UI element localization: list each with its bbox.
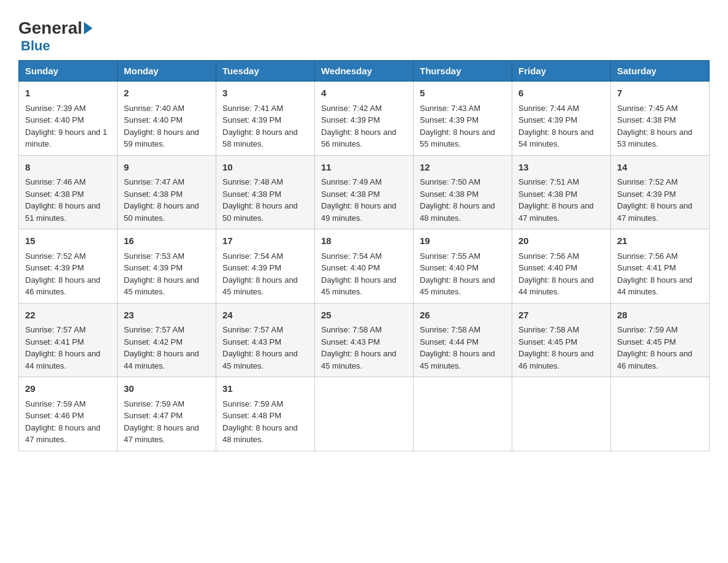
day-cell: 15Sunrise: 7:52 AMSunset: 4:39 PMDayligh…	[19, 229, 118, 304]
logo: General Blue	[18, 18, 93, 54]
day-cell: 4Sunrise: 7:42 AMSunset: 4:39 PMDaylight…	[315, 82, 414, 156]
sunset-text: Sunset: 4:42 PM	[124, 337, 183, 347]
sunset-text: Sunset: 4:40 PM	[518, 263, 577, 272]
daylight-text: Daylight: 8 hours and 48 minutes.	[222, 423, 298, 445]
day-number: 14	[617, 161, 703, 175]
daylight-text: Daylight: 8 hours and 44 minutes.	[518, 275, 594, 297]
sunset-text: Sunset: 4:39 PM	[420, 115, 479, 124]
sunrise-text: Sunrise: 7:47 AM	[124, 177, 184, 186]
daylight-text: Daylight: 8 hours and 46 minutes.	[617, 349, 692, 370]
day-cell: 13Sunrise: 7:51 AMSunset: 4:38 PMDayligh…	[512, 155, 611, 229]
day-cell: 7Sunrise: 7:45 AMSunset: 4:38 PMDaylight…	[611, 82, 710, 156]
sunrise-text: Sunrise: 7:59 AM	[617, 325, 678, 334]
daylight-text: Daylight: 8 hours and 46 minutes.	[518, 349, 594, 370]
day-cell: 16Sunrise: 7:53 AMSunset: 4:39 PMDayligh…	[118, 229, 216, 304]
sunrise-text: Sunrise: 7:59 AM	[25, 399, 86, 408]
sunset-text: Sunset: 4:43 PM	[321, 337, 380, 347]
day-cell: 10Sunrise: 7:48 AMSunset: 4:38 PMDayligh…	[216, 155, 315, 229]
sunset-text: Sunset: 4:40 PM	[124, 115, 183, 124]
sunset-text: Sunset: 4:38 PM	[321, 190, 380, 199]
sunrise-text: Sunrise: 7:52 AM	[617, 177, 678, 186]
day-number: 2	[124, 86, 210, 101]
sunset-text: Sunset: 4:38 PM	[25, 190, 84, 199]
daylight-text: Daylight: 8 hours and 50 minutes.	[222, 201, 298, 223]
sunset-text: Sunset: 4:39 PM	[25, 263, 84, 272]
daylight-text: Daylight: 8 hours and 45 minutes.	[420, 349, 495, 370]
day-cell	[315, 377, 414, 451]
sunrise-text: Sunrise: 7:58 AM	[420, 325, 480, 334]
day-number: 6	[518, 86, 604, 101]
day-cell: 22Sunrise: 7:57 AMSunset: 4:41 PMDayligh…	[19, 303, 118, 377]
sunset-text: Sunset: 4:40 PM	[420, 263, 479, 272]
day-number: 16	[124, 234, 210, 248]
sunrise-text: Sunrise: 7:39 AM	[25, 104, 86, 113]
daylight-text: Daylight: 8 hours and 54 minutes.	[518, 128, 594, 149]
daylight-text: Daylight: 8 hours and 45 minutes.	[222, 275, 298, 297]
sunset-text: Sunset: 4:38 PM	[617, 115, 676, 124]
sunset-text: Sunset: 4:45 PM	[518, 337, 577, 347]
daylight-text: Daylight: 8 hours and 45 minutes.	[321, 349, 396, 370]
sunrise-text: Sunrise: 7:53 AM	[124, 251, 184, 261]
daylight-text: Daylight: 8 hours and 50 minutes.	[124, 201, 199, 223]
sunset-text: Sunset: 4:38 PM	[420, 190, 479, 199]
day-cell: 26Sunrise: 7:58 AMSunset: 4:44 PMDayligh…	[414, 303, 512, 377]
sunrise-text: Sunrise: 7:49 AM	[321, 177, 382, 186]
sunset-text: Sunset: 4:38 PM	[518, 190, 577, 199]
sunset-text: Sunset: 4:39 PM	[124, 263, 183, 272]
day-number: 11	[321, 161, 407, 175]
column-header-monday: Monday	[118, 61, 216, 82]
day-number: 22	[25, 308, 111, 323]
day-number: 12	[420, 161, 506, 175]
sunset-text: Sunset: 4:39 PM	[617, 190, 676, 199]
sunrise-text: Sunrise: 7:57 AM	[222, 325, 283, 334]
daylight-text: Daylight: 8 hours and 45 minutes.	[222, 349, 298, 370]
daylight-text: Daylight: 9 hours and 1 minute.	[25, 128, 107, 149]
day-number: 25	[321, 308, 407, 323]
day-number: 29	[25, 382, 111, 396]
week-row-1: 1Sunrise: 7:39 AMSunset: 4:40 PMDaylight…	[19, 82, 710, 156]
sunset-text: Sunset: 4:45 PM	[617, 337, 676, 347]
day-cell: 23Sunrise: 7:57 AMSunset: 4:42 PMDayligh…	[118, 303, 216, 377]
sunrise-text: Sunrise: 7:45 AM	[617, 104, 678, 113]
day-cell: 12Sunrise: 7:50 AMSunset: 4:38 PMDayligh…	[414, 155, 512, 229]
day-cell: 27Sunrise: 7:58 AMSunset: 4:45 PMDayligh…	[512, 303, 611, 377]
daylight-text: Daylight: 8 hours and 49 minutes.	[321, 201, 396, 223]
sunset-text: Sunset: 4:48 PM	[222, 411, 281, 420]
sunset-text: Sunset: 4:41 PM	[25, 337, 84, 347]
day-cell: 5Sunrise: 7:43 AMSunset: 4:39 PMDaylight…	[414, 82, 512, 156]
sunrise-text: Sunrise: 7:48 AM	[222, 177, 283, 186]
sunrise-text: Sunrise: 7:44 AM	[518, 104, 579, 113]
daylight-text: Daylight: 8 hours and 47 minutes.	[124, 423, 199, 445]
sunrise-text: Sunrise: 7:56 AM	[518, 251, 579, 261]
sunset-text: Sunset: 4:40 PM	[25, 115, 84, 124]
sunrise-text: Sunrise: 7:43 AM	[420, 104, 480, 113]
day-cell: 14Sunrise: 7:52 AMSunset: 4:39 PMDayligh…	[611, 155, 710, 229]
daylight-text: Daylight: 8 hours and 44 minutes.	[617, 275, 692, 297]
daylight-text: Daylight: 8 hours and 55 minutes.	[420, 128, 495, 149]
day-cell: 9Sunrise: 7:47 AMSunset: 4:38 PMDaylight…	[118, 155, 216, 229]
sunset-text: Sunset: 4:43 PM	[222, 337, 281, 347]
day-cell: 29Sunrise: 7:59 AMSunset: 4:46 PMDayligh…	[19, 377, 118, 451]
day-number: 7	[617, 86, 703, 101]
daylight-text: Daylight: 8 hours and 44 minutes.	[124, 349, 199, 370]
calendar-table: SundayMondayTuesdayWednesdayThursdayFrid…	[18, 60, 710, 451]
day-cell: 19Sunrise: 7:55 AMSunset: 4:40 PMDayligh…	[414, 229, 512, 304]
day-number: 19	[420, 234, 506, 248]
day-number: 9	[124, 161, 210, 175]
day-cell	[512, 377, 611, 451]
sunrise-text: Sunrise: 7:40 AM	[124, 104, 184, 113]
daylight-text: Daylight: 8 hours and 53 minutes.	[617, 128, 692, 149]
day-cell	[611, 377, 710, 451]
sunrise-text: Sunrise: 7:56 AM	[617, 251, 678, 261]
day-number: 30	[124, 382, 210, 396]
day-cell: 31Sunrise: 7:59 AMSunset: 4:48 PMDayligh…	[216, 377, 315, 451]
sunrise-text: Sunrise: 7:58 AM	[321, 325, 382, 334]
sunrise-text: Sunrise: 7:59 AM	[222, 399, 283, 408]
day-cell: 6Sunrise: 7:44 AMSunset: 4:39 PMDaylight…	[512, 82, 611, 156]
sunrise-text: Sunrise: 7:50 AM	[420, 177, 480, 186]
sunset-text: Sunset: 4:46 PM	[25, 411, 84, 420]
sunrise-text: Sunrise: 7:54 AM	[321, 251, 382, 261]
sunset-text: Sunset: 4:38 PM	[124, 190, 183, 199]
sunrise-text: Sunrise: 7:57 AM	[124, 325, 184, 334]
day-number: 15	[25, 234, 111, 248]
